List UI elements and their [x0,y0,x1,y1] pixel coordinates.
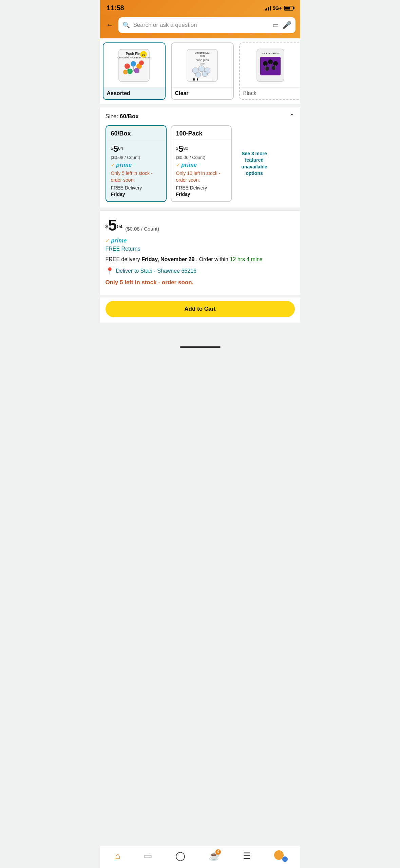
prime-label-2: prime [182,162,197,168]
variant-assorted-label: Assorted [103,87,165,99]
size-card-100pack-header: 100-Pack [171,126,231,140]
size-label-row: Size: 60/Box [106,113,139,120]
prime-text-main: prime [111,238,127,244]
mic-search-icon[interactable]: 🎤 [282,21,291,30]
variant-assorted-image: Push Pins Chinchetas · Punaises · Verdas [103,43,165,87]
assorted-pushpin-svg: Push Pins Chinchetas · Punaises · Verdas [117,48,151,83]
size-100pack-per-count: ($0.06 / Count) [176,155,226,160]
search-icon: 🔍 [122,21,130,29]
size-card-60box-header: 60/Box [106,126,166,140]
back-button[interactable]: ← [105,19,115,31]
size-header: Size: 60/Box ⌃ [106,112,295,121]
prime-check-icon: ✓ [111,162,115,168]
variants-row: Push Pins Chinchetas · Punaises · Verdas [100,38,300,104]
svg-point-21 [198,66,205,72]
size-selected-value: 60/Box [120,113,139,120]
location-icon: 📍 [106,267,114,275]
prime-row: ✓ prime [106,238,295,244]
variant-clear-image: OfficemaxDIC 100 push pins clear [172,43,233,87]
svg-point-37 [272,66,276,70]
size-option-60box[interactable]: 60/Box $504 ($0.08 / Count) ✓ prime Only… [106,125,167,202]
status-icons: 5G+ [265,5,293,11]
stock-warning-main: Only 5 left in stock - order soon. [106,279,295,286]
camera-search-icon[interactable]: ▭ [272,21,279,29]
svg-text:OfficemaxDIC: OfficemaxDIC [195,52,209,54]
variant-assorted[interactable]: Push Pins Chinchetas · Punaises · Verdas [103,42,166,100]
prime-label: prime [116,162,132,168]
variant-black-image: 20 Push Pins [240,43,300,87]
prime-check-main: ✓ [106,238,110,244]
size-60box-prime: ✓ prime [111,162,161,168]
delivery-text: FREE delivery Friday, November 29 . Orde… [106,255,295,264]
deliver-to-row[interactable]: 📍 Deliver to Staci - Shawnee 66216 [106,267,295,275]
size-collapse-button[interactable]: ⌃ [289,112,295,121]
svg-point-6 [127,69,133,74]
svg-rect-27 [194,78,195,80]
svg-text:60: 60 [142,53,145,56]
variants-section: Push Pins Chinchetas · Punaises · Verdas [100,38,300,104]
main-price-per-count: ($0.08 / Count) [125,226,159,232]
size-options: 60/Box $504 ($0.08 / Count) ✓ prime Only… [106,125,295,207]
clear-pushpin-svg: OfficemaxDIC 100 push pins clear [185,48,219,83]
network-type: 5G+ [273,5,282,11]
see-more-text: See 3 more featured unavailable options [239,150,270,177]
svg-text:100: 100 [199,54,205,58]
size-100pack-stock: Only 10 left in stock - order soon. [176,170,226,183]
free-returns-link[interactable]: FREE Returns [106,246,295,252]
svg-text:Push Pins: Push Pins [126,52,142,56]
svg-text:push pins: push pins [196,58,209,62]
variant-clear-label: Clear [172,87,233,99]
main-price: $504 [106,217,123,233]
size-100pack-delivery: FREE Delivery Friday [176,185,226,197]
search-input[interactable]: Search or ask a question [133,22,269,29]
variant-black[interactable]: 20 Push Pins Black [239,42,300,100]
status-bar: 11:58 5G+ [100,0,300,15]
size-card-60box-body: $504 ($0.08 / Count) ✓ prime Only 5 left… [106,140,166,201]
variant-black-label: Black [240,87,300,99]
svg-point-35 [273,61,278,66]
prime-check-icon-2: ✓ [176,162,180,168]
signal-icon [265,6,271,11]
svg-point-7 [134,68,139,73]
search-bar[interactable]: 🔍 Search or ask a question ▭ 🎤 [118,17,296,33]
header: ← 🔍 Search or ask a question ▭ 🎤 [100,15,300,38]
size-60box-delivery: FREE Delivery Friday [111,185,161,197]
svg-point-9 [139,60,144,65]
size-option-100pack[interactable]: 100-Pack $580 ($0.06 / Count) ✓ prime On… [171,125,232,202]
battery-icon [284,6,293,11]
size-label: Size: [106,113,118,120]
svg-point-36 [265,67,269,71]
black-pushpin-svg: 20 Push Pins [255,48,286,82]
variant-clear[interactable]: OfficemaxDIC 100 push pins clear [171,42,234,100]
price-section: $504 ($0.08 / Count) ✓ prime FREE Return… [100,211,300,295]
main-content: Push Pins Chinchetas · Punaises · Verdas [100,38,300,323]
main-price-row: $504 ($0.08 / Count) [106,217,295,233]
svg-rect-29 [197,78,198,80]
see-more-options-panel[interactable]: See 3 more featured unavailable options [236,125,273,202]
svg-point-23 [195,72,201,77]
size-100pack-prime: ✓ prime [176,162,226,168]
add-to-cart-button[interactable]: Add to Cart [106,301,295,317]
svg-text:20 Push Pins: 20 Push Pins [262,52,279,55]
size-card-60box-name: 60/Box [111,130,161,137]
size-card-100pack-name: 100-Pack [176,130,226,137]
size-60box-per-count: ($0.08 / Count) [111,155,161,160]
svg-rect-26 [193,78,194,80]
svg-point-34 [268,59,273,64]
svg-rect-28 [196,78,196,80]
status-time: 11:58 [107,4,124,12]
size-100pack-price: $580 [176,144,226,154]
size-60box-stock: Only 5 left in stock - order soon. [111,170,161,183]
size-60box-price: $504 [111,144,161,154]
svg-point-24 [202,71,208,77]
delivery-countdown: 12 hrs 4 mins [230,256,262,262]
deliver-to-text: Deliver to Staci - Shawnee 66216 [116,268,196,274]
size-section: Size: 60/Box ⌃ 60/Box $504 ($0.08 / Coun… [100,107,300,207]
add-to-cart-area: Add to Cart [100,297,300,323]
svg-point-33 [263,61,268,66]
size-card-100pack-body: $580 ($0.06 / Count) ✓ prime Only 10 lef… [171,140,231,201]
svg-text:clear: clear [199,62,205,65]
home-indicator [180,346,221,348]
